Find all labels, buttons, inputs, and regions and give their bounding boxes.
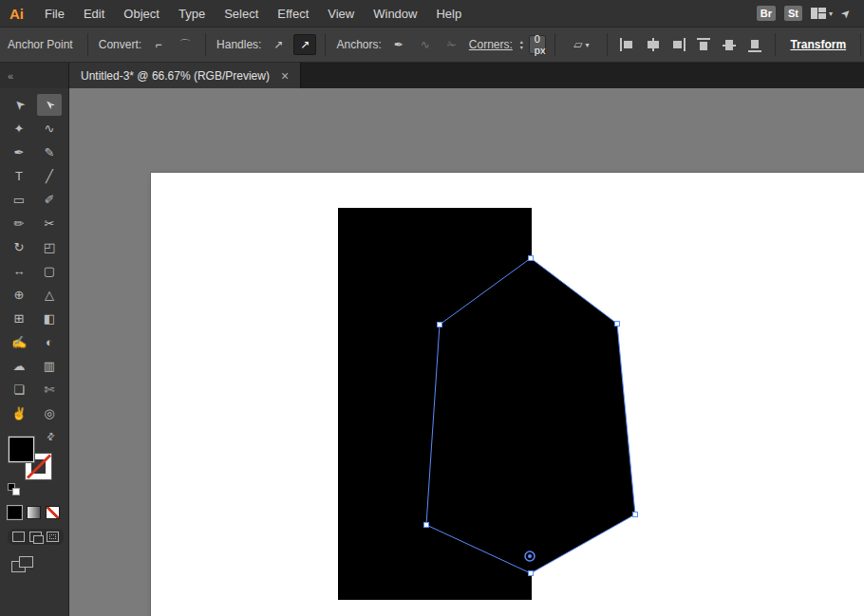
align-left-button[interactable] (616, 35, 638, 55)
anchor-point[interactable] (633, 513, 638, 517)
align-horizontal-center-button[interactable] (642, 35, 664, 55)
document-tab[interactable]: Untitled-3* @ 66.67% (RGB/Preview) × (69, 63, 301, 88)
connect-anchors-button[interactable]: ∿ (414, 34, 437, 55)
menu-help[interactable]: Help (426, 7, 471, 21)
scissors-tool-button[interactable]: ✂ (37, 213, 62, 234)
remove-anchor-button[interactable]: ✒ (387, 34, 410, 55)
menu-type[interactable]: Type (169, 7, 215, 21)
mesh-tool-icon: ⊞ (14, 311, 25, 326)
corners-input[interactable]: 0 px (529, 35, 547, 54)
type-tool-icon: T (15, 169, 23, 183)
selection-tool-button[interactable]: ➤ (7, 94, 31, 116)
menu-select[interactable]: Select (215, 7, 268, 21)
mesh-tool-button[interactable]: ⊞ (7, 308, 31, 329)
align-icon-box (700, 42, 707, 50)
artboard-tool-button[interactable]: ❏ (7, 379, 31, 401)
zoom-tool-button[interactable]: ◎ (37, 402, 62, 424)
none-button[interactable] (46, 506, 60, 519)
swap-fill-stroke-icon[interactable]: ⇄ (44, 430, 57, 443)
gpu-glyph: ➤ (837, 5, 854, 21)
width-tool-icon: ↔ (13, 264, 26, 278)
hide-handles-button[interactable]: ↗ (293, 34, 316, 55)
slice-tool-button[interactable]: ✄ (37, 379, 62, 401)
perspective-grid-tool-button[interactable]: △ (37, 284, 62, 306)
draw-inside-button[interactable] (47, 532, 59, 542)
hide-handles-icon: ↗ (300, 38, 310, 51)
anchor-point[interactable] (615, 322, 620, 327)
align-right-button[interactable] (667, 35, 689, 55)
transform-button[interactable]: Transform (790, 38, 846, 51)
collapse-toolbar-button[interactable]: « (8, 70, 13, 82)
menu-edit[interactable]: Edit (74, 7, 114, 21)
shaper-tool-button[interactable]: ✏ (7, 213, 31, 234)
menu-window[interactable]: Window (364, 7, 426, 21)
symbol-sprayer-tool-button[interactable]: ☁ (7, 355, 31, 377)
show-handles-button[interactable]: ↗ (267, 34, 290, 55)
chevron-down-icon: ▾ (586, 41, 590, 49)
menubar-right: Br St ▾ ➤ (757, 6, 864, 21)
tool-grid: ➤➣✦∿✒✎T╱▭✐✏✂↻◰↔▢⊕△⊞◧✍◐☁▥❏✄✌◎ (7, 94, 62, 424)
lasso-tool-button[interactable]: ∿ (37, 118, 62, 140)
screen-mode-button[interactable] (11, 556, 36, 573)
pen-tool-button[interactable]: ✒ (7, 141, 31, 163)
convert-to-smooth-button[interactable]: ⌒ (174, 34, 197, 55)
selected-polygon[interactable] (426, 258, 635, 573)
shape-builder-tool-button[interactable]: ⊕ (7, 284, 31, 306)
cut-path-button[interactable]: ✁ (441, 34, 463, 55)
bridge-button[interactable]: Br (757, 6, 776, 21)
artboard[interactable] (151, 173, 864, 616)
curvature-tool-button[interactable]: ✎ (37, 141, 62, 163)
canvas-area[interactable] (69, 88, 864, 616)
menu-object[interactable]: Object (114, 7, 169, 21)
workspace-switcher[interactable]: ▾ (811, 8, 833, 19)
gradient-button[interactable] (27, 506, 41, 519)
gradient-tool-button[interactable]: ◧ (37, 308, 62, 329)
anchor-point[interactable] (424, 523, 429, 528)
paintbrush-tool-button[interactable]: ✐ (37, 189, 62, 211)
magic-wand-tool-button[interactable]: ✦ (7, 118, 31, 140)
fill-stroke-control: ⇄ (6, 434, 59, 498)
menu-file[interactable]: File (35, 7, 74, 21)
blend-tool-button[interactable]: ◐ (37, 331, 62, 353)
menu-effect[interactable]: Effect (268, 7, 318, 21)
rotate-tool-button[interactable]: ↻ (7, 236, 31, 258)
stepper-down-icon[interactable]: ▾ (520, 45, 523, 50)
anchor-point[interactable] (438, 323, 442, 327)
draw-behind-button[interactable] (29, 532, 42, 542)
menu-view[interactable]: View (318, 7, 364, 21)
align-top-button[interactable] (693, 35, 715, 55)
type-tool-button[interactable]: T (7, 165, 31, 187)
anchor-point[interactable] (529, 256, 534, 261)
line-segment-tool-button[interactable]: ╱ (37, 165, 62, 187)
free-transform-tool-button[interactable]: ▢ (37, 260, 62, 282)
color-button[interactable] (8, 506, 22, 519)
separator (607, 33, 608, 56)
rectangle-tool-button[interactable]: ▭ (7, 189, 31, 211)
draw-normal-button[interactable] (12, 532, 25, 542)
main-area: ➤➣✦∿✒✎T╱▭✐✏✂↻◰↔▢⊕△⊞◧✍◐☁▥❏✄✌◎ ⇄ (0, 88, 864, 616)
fill-swatch[interactable] (9, 437, 34, 462)
stock-button[interactable]: St (784, 6, 802, 21)
scale-tool-button[interactable]: ◰ (37, 236, 62, 258)
eyedropper-tool-button[interactable]: ✍ (7, 331, 31, 353)
direct-selection-tool-button[interactable]: ➣ (37, 94, 62, 116)
gpu-performance-icon[interactable]: ➤ (841, 7, 851, 20)
align-top-icon (697, 38, 710, 40)
align-bottom-button[interactable] (744, 35, 766, 55)
blend-tool-icon: ◐ (46, 335, 53, 349)
lasso-tool-icon: ∿ (45, 121, 55, 136)
hand-tool-button[interactable]: ✌ (7, 402, 31, 424)
corners-label[interactable]: Corners: (469, 38, 513, 51)
convert-to-corner-button[interactable]: ⌐ (147, 34, 170, 55)
workspace-layout-icon (811, 8, 826, 19)
corners-stepper[interactable]: ▴ ▾ (520, 39, 523, 50)
shape-menu-button[interactable]: ▱ ▾ (564, 34, 598, 55)
close-tab-icon[interactable]: × (281, 69, 289, 83)
graph-tool-button[interactable]: ▥ (37, 355, 62, 377)
separator (860, 33, 861, 56)
align-vertical-center-button[interactable] (719, 35, 741, 55)
anchor-point[interactable] (529, 571, 534, 576)
default-fill-stroke-icon[interactable] (8, 483, 23, 497)
width-tool-button[interactable]: ↔ (7, 260, 31, 282)
menu-bar: Ai FileEditObjectTypeSelectEffectViewWin… (0, 0, 864, 28)
